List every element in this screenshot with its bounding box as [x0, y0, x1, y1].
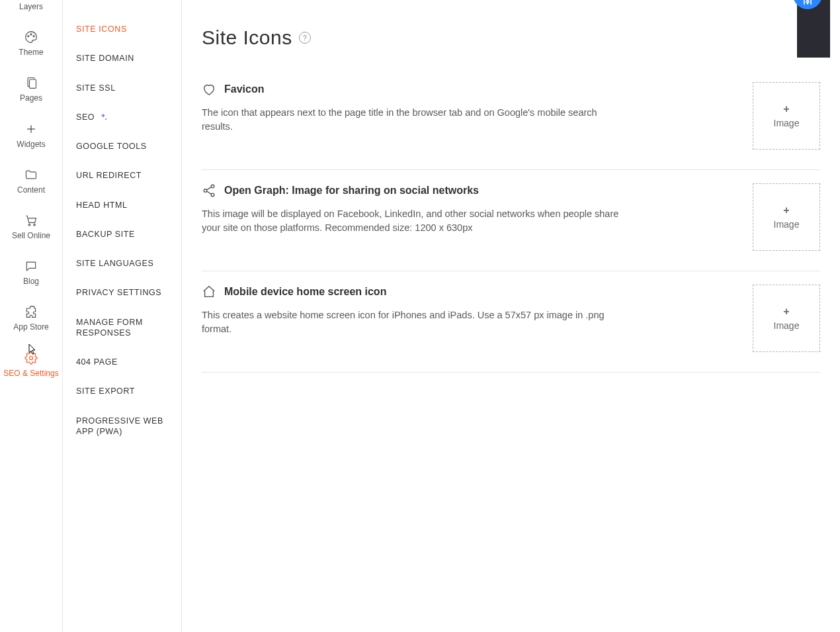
plus-icon: +: [783, 204, 789, 216]
left-rail: Layers Theme Pages Widgets Content: [0, 0, 63, 632]
sidebar-item-site-export[interactable]: SITE EXPORT: [63, 377, 181, 406]
section-text: Mobile device home screen icon This crea…: [202, 285, 726, 352]
sidebar-item-url-redirect[interactable]: URL REDIRECT: [63, 161, 181, 190]
sidebar-item-site-ssl[interactable]: SITE SSL: [63, 73, 181, 103]
rail-item-content[interactable]: Content: [0, 158, 62, 204]
section-desc: This image will be displayed on Facebook…: [202, 207, 625, 235]
sidebar-item-label: PRIVACY SETTINGS: [76, 287, 161, 298]
sidebar-item-backup-site[interactable]: BACKUP SITE: [63, 220, 181, 249]
sidebar-item-google-tools[interactable]: GOOGLE TOOLS: [63, 132, 181, 161]
image-drop-label: Image: [774, 219, 800, 230]
sidebar-item-label: GOOGLE TOOLS: [76, 141, 147, 152]
sidebar-item-manage-form-responses[interactable]: MANAGE FORM RESPONSES: [63, 308, 181, 348]
sidebar-item-label: PROGRESSIVE WEB APP (PWA): [76, 416, 168, 437]
section-mobile-icon: Mobile device home screen icon This crea…: [202, 271, 820, 373]
image-drop-mobile-icon[interactable]: + Image: [753, 285, 820, 352]
image-drop-label: Image: [774, 118, 800, 128]
svg-line-14: [207, 191, 212, 194]
sidebar-item-label: SITE SSL: [76, 83, 116, 93]
help-icon[interactable]: ?: [299, 32, 311, 44]
plus-icon: +: [783, 306, 789, 318]
sidebar-item-label: SEO: [76, 112, 95, 122]
gear-icon: [24, 351, 38, 365]
section-title: Open Graph: Image for sharing on social …: [224, 185, 479, 197]
page-title: Site Icons: [202, 26, 292, 49]
section-title: Mobile device home screen icon: [224, 286, 386, 298]
settings-sidebar: SITE ICONS SITE DOMAIN SITE SSL SEO GOOG…: [63, 0, 182, 632]
svg-line-13: [207, 187, 212, 190]
rail-label: SEO & Settings: [3, 369, 58, 378]
rail-item-layers[interactable]: Layers: [0, 3, 62, 21]
chat-icon: [24, 259, 38, 273]
svg-point-12: [211, 193, 214, 197]
palette-icon: [24, 30, 38, 44]
sidebar-item-label: URL REDIRECT: [76, 170, 142, 181]
sidebar-item-site-languages[interactable]: SITE LANGUAGES: [63, 249, 181, 278]
image-drop-open-graph[interactable]: + Image: [753, 183, 820, 251]
sidebar-item-label: 404 PAGE: [76, 357, 118, 367]
section-desc: This creates a website home screen icon …: [202, 308, 625, 336]
section-heading: Open Graph: Image for sharing on social …: [202, 183, 726, 198]
rail-label: Content: [17, 186, 45, 195]
sidebar-item-site-domain[interactable]: SITE DOMAIN: [63, 44, 181, 73]
plus-icon: [24, 122, 38, 136]
svg-point-10: [211, 185, 214, 188]
pages-icon: [24, 75, 38, 90]
rail-label: Widgets: [17, 140, 45, 149]
sidebar-item-label: HEAD HTML: [76, 200, 128, 210]
sidebar-item-label: SITE EXPORT: [76, 386, 135, 396]
rail-label: Sell Online: [12, 232, 50, 240]
rail-item-blog[interactable]: Blog: [0, 249, 62, 295]
page-title-row: Site Icons ?: [202, 26, 820, 49]
svg-point-0: [28, 36, 29, 37]
svg-point-7: [28, 224, 30, 226]
sidebar-item-site-icons[interactable]: SITE ICONS: [63, 15, 181, 44]
rail-label: Blog: [23, 277, 39, 286]
sidebar-item-label: SITE ICONS: [76, 24, 127, 34]
sidebar-item-404-page[interactable]: 404 PAGE: [63, 347, 181, 377]
sidebar-item-label: SITE DOMAIN: [76, 53, 134, 64]
svg-point-1: [30, 34, 32, 35]
rail-label: Theme: [19, 48, 43, 57]
rail-item-app-store[interactable]: App Store: [0, 295, 62, 341]
rail-item-seo-settings[interactable]: SEO & Settings: [0, 341, 62, 387]
svg-rect-4: [30, 79, 36, 88]
section-desc: The icon that appears next to the page t…: [202, 106, 625, 134]
rail-item-pages[interactable]: Pages: [0, 66, 62, 112]
svg-point-9: [30, 356, 33, 359]
section-heading: Mobile device home screen icon: [202, 285, 726, 299]
section-text: Open Graph: Image for sharing on social …: [202, 183, 726, 251]
sidebar-item-seo[interactable]: SEO: [63, 103, 181, 132]
sidebar-item-label: SITE LANGUAGES: [76, 258, 153, 269]
plus-icon: +: [783, 103, 789, 115]
share-icon: [202, 183, 216, 198]
section-text: Favicon The icon that appears next to th…: [202, 82, 726, 150]
image-drop-favicon[interactable]: + Image: [753, 82, 820, 150]
rail-label: Pages: [20, 94, 42, 103]
svg-point-11: [204, 189, 207, 193]
floating-settings-button[interactable]: [793, 0, 822, 9]
svg-point-8: [34, 224, 36, 226]
main-content: Site Icons ? Favicon The icon that appea…: [182, 0, 840, 632]
rail-label: Layers: [19, 3, 43, 11]
section-title: Favicon: [224, 83, 264, 95]
sidebar-item-head-html[interactable]: HEAD HTML: [63, 191, 181, 220]
sidebar-item-privacy-settings[interactable]: PRIVACY SETTINGS: [63, 278, 181, 307]
image-drop-label: Image: [774, 320, 800, 331]
svg-point-18: [806, 1, 808, 3]
section-favicon: Favicon The icon that appears next to th…: [202, 69, 820, 170]
sparkle-icon: [99, 113, 108, 122]
section-heading: Favicon: [202, 82, 726, 97]
sidebar-item-label: MANAGE FORM RESPONSES: [76, 317, 168, 339]
sliders-icon: [793, 0, 822, 9]
cart-icon: [24, 213, 38, 228]
section-open-graph: Open Graph: Image for sharing on social …: [202, 170, 820, 271]
rail-item-widgets[interactable]: Widgets: [0, 113, 62, 158]
svg-point-2: [33, 36, 34, 37]
sidebar-item-pwa[interactable]: PROGRESSIVE WEB APP (PWA): [63, 406, 181, 447]
rail-item-sell-online[interactable]: Sell Online: [0, 204, 62, 249]
sidebar-item-label: BACKUP SITE: [76, 229, 135, 240]
rail-label: App Store: [13, 323, 48, 332]
rail-item-theme[interactable]: Theme: [0, 21, 62, 66]
app-root: Layers Theme Pages Widgets Content: [0, 0, 840, 632]
